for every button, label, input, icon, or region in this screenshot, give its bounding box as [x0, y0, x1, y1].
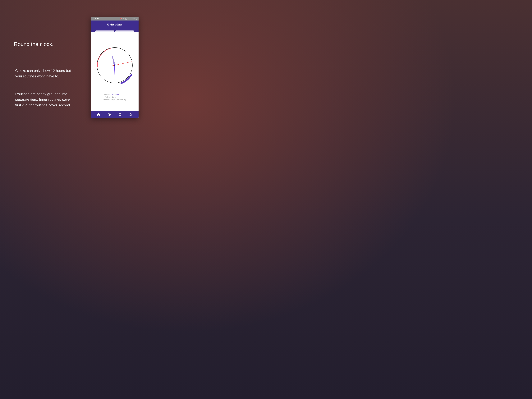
- clock-face: [93, 44, 136, 87]
- header-tab-right[interactable]: [115, 31, 134, 32]
- svg-marker-5: [114, 64, 115, 81]
- header-tabs: [95, 31, 134, 32]
- phone-frame: 23:30 ⏰ VoLTE1 39% MyRoutines: [91, 17, 139, 118]
- svg-point-7: [114, 65, 115, 66]
- upnext-label: Up next:: [103, 99, 110, 101]
- marketing-paragraph-1: Clocks can only show 12 hours but your r…: [15, 68, 75, 79]
- routine-status: Recent: Mediation Active: None Up next: …: [91, 94, 139, 101]
- svg-rect-1: [136, 18, 137, 18]
- nav-home-icon[interactable]: [97, 113, 100, 116]
- battery-percent: 39%: [132, 18, 135, 19]
- notification-icon: [97, 18, 99, 19]
- status-time: 23:30: [92, 18, 96, 20]
- battery-icon: [136, 18, 137, 20]
- svg-rect-2: [136, 19, 137, 19]
- recent-value[interactable]: Mediation: [112, 94, 126, 95]
- nav-clock-icon[interactable]: [108, 113, 111, 116]
- status-tray: ⏰ VoLTE1 39%: [120, 18, 137, 20]
- bottom-nav: [91, 111, 139, 118]
- clock-area: Recent: Mediation Active: None Up next: …: [91, 32, 139, 111]
- status-bar: 23:30 ⏰ VoLTE1 39%: [91, 17, 139, 20]
- app-header: MyRoutines: [91, 20, 139, 32]
- header-tab-left[interactable]: [95, 31, 114, 32]
- nav-rocket-icon[interactable]: [129, 113, 132, 116]
- wifi-icon: [123, 18, 124, 20]
- marketing-paragraph-2: Routines are neatly grouped into separat…: [15, 91, 75, 108]
- lte-icon: VoLTE1: [125, 18, 127, 20]
- upnext-value: Gym (Tommorow): [112, 99, 126, 101]
- signal-icon: [128, 18, 129, 19]
- recent-label: Recent:: [103, 94, 110, 95]
- nav-edit-icon[interactable]: [118, 113, 122, 116]
- signal-icon-2: [130, 18, 132, 19]
- svg-point-10: [131, 114, 131, 114]
- headline: Round the clock.: [14, 41, 53, 47]
- active-value: None: [112, 96, 126, 98]
- active-label: Active:: [103, 96, 110, 98]
- app-title: MyRoutines: [107, 23, 122, 26]
- svg-marker-4: [111, 56, 115, 65]
- alarm-icon: ⏰: [120, 18, 122, 20]
